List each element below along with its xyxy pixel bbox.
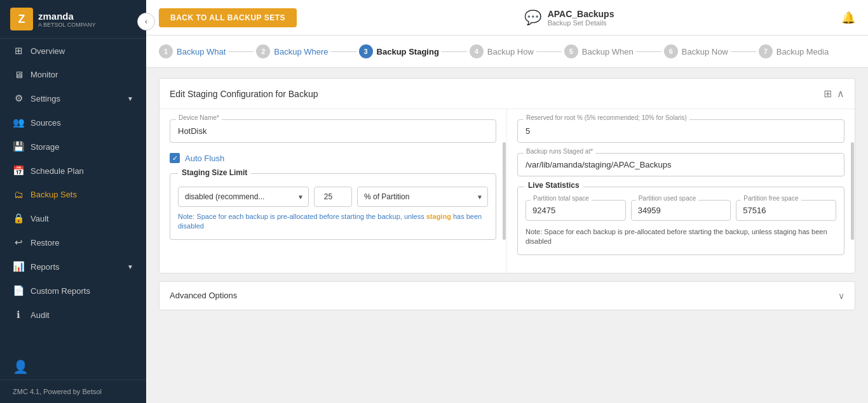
table-icon[interactable]: ⊞ [824, 88, 832, 100]
partition-select[interactable]: % of Partition [357, 187, 488, 207]
live-stats-note: Note: Space for each backup is pre-alloc… [526, 227, 836, 247]
step-label-5: Backup When [582, 47, 634, 56]
partition-free-field: Partition free space 57516 [736, 200, 836, 221]
step-label-2: Backup Where [274, 47, 328, 56]
vault-icon: 🔒 [13, 213, 24, 224]
logo-name: zmanda [38, 11, 96, 22]
sidebar-label-settings: Settings [31, 94, 60, 103]
connector-5-6 [636, 51, 661, 52]
card-header: Edit Staging Configuration for Backup ⊞ … [159, 79, 855, 109]
back-button[interactable]: BACK TO ALL BACKUP SETS [159, 8, 297, 27]
staging-card: Edit Staging Configuration for Backup ⊞ … [159, 78, 855, 274]
wizard-step-1[interactable]: 1 Backup What [159, 44, 226, 58]
right-scrollbar-track[interactable] [851, 109, 855, 273]
sidebar-item-storage[interactable]: 💾 Storage [0, 135, 146, 159]
step-label-4: Backup How [487, 47, 534, 56]
version-info: ZMC 4.1, Powered by Betsol [0, 380, 146, 403]
disabled-select-wrapper: disabled (recommend... ▼ [178, 187, 309, 207]
wizard-step-5[interactable]: 5 Backup When [564, 44, 634, 58]
partition-total-value: 92475 [526, 200, 626, 221]
custom-reports-icon: 📄 [13, 285, 24, 296]
card-right-panel: Reserved for root % (5% recommended; 10%… [507, 109, 855, 273]
sidebar-item-custom-reports[interactable]: 📄 Custom Reports [0, 279, 146, 303]
step-num-4: 4 [470, 44, 484, 58]
wizard-step-2[interactable]: 2 Backup Where [256, 44, 328, 58]
partition-used-value: 34959 [631, 200, 731, 221]
step-num-5: 5 [564, 44, 578, 58]
wizard-step-7[interactable]: 7 Backup Media [759, 44, 829, 58]
wizard-step-4[interactable]: 4 Backup How [470, 44, 534, 58]
collapse-icon[interactable]: ∧ [837, 88, 844, 100]
audit-icon: ℹ [13, 309, 24, 320]
wizard-step-3[interactable]: 3 Backup Staging [359, 44, 439, 58]
overview-icon: ⊞ [13, 45, 24, 56]
scrollbar-thumb [503, 142, 506, 241]
reserved-label: Reserved for root % (5% recommended; 10%… [524, 114, 689, 121]
backup-set-icon: 💬 [524, 10, 541, 26]
scrollbar-track[interactable] [503, 109, 506, 273]
stats-grid: Partition total space 92475 Partition us… [526, 200, 836, 221]
sidebar-label-monitor: Monitor [31, 70, 58, 79]
sidebar-item-backup-sets[interactable]: 🗂 Backup Sets [0, 183, 146, 206]
bell-icon[interactable]: 🔔 [841, 11, 855, 25]
staging-size-limit-box: Staging Size Limit disabled (recommend..… [170, 173, 496, 240]
backup-runs-input[interactable] [517, 153, 844, 176]
backup-set-subtitle: Backup Set Details [548, 19, 614, 27]
settings-arrow-icon: ▼ [127, 95, 133, 102]
advanced-options-bar: Advanced Options ∨ [159, 281, 855, 310]
advanced-expand-icon[interactable]: ∨ [838, 291, 844, 301]
logo-subtitle: A BETSOL COMPANY [38, 22, 96, 28]
sidebar-item-audit[interactable]: ℹ Audit [0, 303, 146, 327]
auto-flush-checkbox[interactable]: ✓ [170, 153, 180, 163]
sidebar-label-overview: Overview [31, 46, 65, 56]
step-num-1: 1 [159, 44, 173, 58]
sidebar-label-custom-reports: Custom Reports [31, 286, 90, 296]
sidebar-item-schedule-plan[interactable]: 📅 Schedule Plan [0, 159, 146, 183]
monitor-icon: 🖥 [13, 69, 24, 80]
auto-flush-label: Auto Flush [185, 154, 224, 163]
staging-mode-select[interactable]: disabled (recommend... [178, 187, 309, 207]
main-area: BACK TO ALL BACKUP SETS 💬 APAC_Backups B… [146, 0, 868, 403]
sidebar-label-audit: Audit [31, 310, 50, 320]
sidebar-label-schedule: Schedule Plan [31, 166, 84, 176]
storage-icon: 💾 [13, 141, 24, 152]
connector-1-2 [228, 51, 254, 52]
partition-used-label: Partition used space [636, 195, 699, 202]
sidebar-item-monitor[interactable]: 🖥 Monitor [0, 63, 146, 86]
wizard-steps: 1 Backup What 2 Backup Where 3 Backup St… [146, 36, 868, 68]
live-statistics-title: Live Statistics [524, 181, 583, 190]
partition-total-field: Partition total space 92475 [526, 200, 626, 221]
settings-icon: ⚙ [13, 93, 24, 104]
logo-text-area: zmanda A BETSOL COMPANY [38, 11, 96, 28]
restore-icon: ↩ [13, 237, 24, 248]
sidebar-item-vault[interactable]: 🔒 Vault [0, 206, 146, 230]
schedule-icon: 📅 [13, 165, 24, 176]
sidebar-item-reports[interactable]: 📊 Reports ▼ [0, 254, 146, 279]
reserved-input[interactable] [517, 119, 844, 143]
sidebar-item-restore[interactable]: ↩ Restore [0, 230, 146, 254]
backup-set-details: APAC_Backups Backup Set Details [548, 9, 614, 27]
sidebar-item-sources[interactable]: 👥 Sources [0, 110, 146, 135]
reports-icon: 📊 [13, 261, 24, 272]
device-name-input[interactable] [170, 119, 496, 143]
staging-number-input[interactable] [314, 187, 352, 207]
sidebar-item-overview[interactable]: ⊞ Overview [0, 39, 146, 63]
sidebar-label-sources: Sources [31, 118, 61, 128]
sidebar: Z zmanda A BETSOL COMPANY ‹ ⊞ Overview 🖥… [0, 0, 146, 403]
sidebar-toggle[interactable]: ‹ [137, 13, 155, 30]
connector-4-5 [536, 51, 562, 52]
sidebar-item-settings[interactable]: ⚙ Settings ▼ [0, 86, 146, 110]
step-label-7: Backup Media [776, 47, 829, 56]
reports-arrow-icon: ▼ [127, 263, 133, 270]
logo-area: Z zmanda A BETSOL COMPANY [0, 0, 146, 39]
user-area[interactable]: 👤 [0, 354, 146, 380]
backup-runs-group: Backup runs Staged at* [517, 153, 844, 176]
wizard-step-6[interactable]: 6 Backup Now [664, 44, 728, 58]
reserved-group: Reserved for root % (5% recommended; 10%… [517, 119, 844, 143]
connector-3-4 [442, 51, 467, 52]
partition-total-label: Partition total space [531, 195, 592, 202]
content-area: Edit Staging Configuration for Backup ⊞ … [146, 68, 868, 403]
connector-2-3 [331, 51, 356, 52]
step-label-1: Backup What [177, 47, 226, 56]
sidebar-label-restore: Restore [31, 238, 60, 248]
